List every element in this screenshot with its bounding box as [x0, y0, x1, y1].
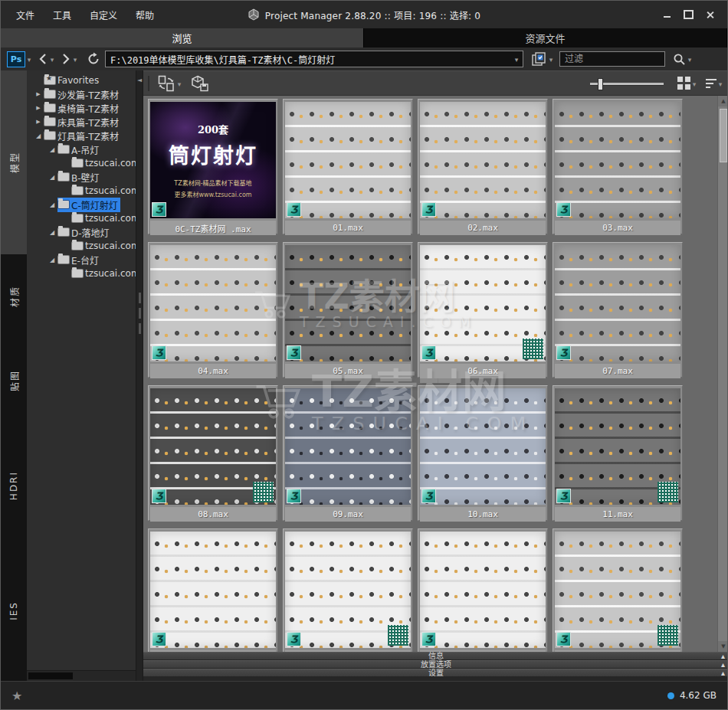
- category-tab[interactable]: 材质: [1, 254, 27, 339]
- asset-card[interactable]: 200套 筒灯射灯 TZ素材网-精品素材下载基地 更多素材www.tzsucai…: [148, 99, 278, 234]
- collapse-panel-icon[interactable]: [721, 661, 725, 668]
- rollout-panel-header[interactable]: 放置选项: [143, 660, 728, 669]
- refresh-button[interactable]: [87, 52, 100, 66]
- asset-card[interactable]: 200套 筒灯射灯 TZ素材网-精品素材下载基地 更多素材www.tzsucai…: [418, 385, 548, 521]
- panel-splitter[interactable]: [136, 70, 143, 681]
- asset-card[interactable]: 200套 筒灯射灯 TZ素材网-精品素材下载基地 更多素材www.tzsucai…: [283, 99, 413, 234]
- chevron-down-icon[interactable]: [717, 78, 724, 89]
- filter-input[interactable]: [559, 51, 665, 67]
- tree-item[interactable]: E-台灯: [27, 253, 136, 267]
- tree-item[interactable]: 床具篇-TZ素材: [27, 115, 136, 129]
- tree-item[interactable]: 桌椅篇-TZ素材: [27, 101, 136, 115]
- tree-item[interactable]: 灯具篇-TZ素材: [27, 129, 136, 142]
- swap-pages-icon: [157, 74, 175, 93]
- asset-card[interactable]: 200套 筒灯射灯 TZ素材网-精品素材下载基地 更多素材www.tzsucai…: [553, 99, 683, 234]
- chevron-down-icon[interactable]: [25, 54, 33, 64]
- rollout-panel-header[interactable]: 设置: [143, 669, 728, 677]
- tree-expand-icon[interactable]: [33, 133, 44, 139]
- asset-card[interactable]: 200套 筒灯射灯 TZ素材网-精品素材下载基地 更多素材www.tzsucai…: [283, 385, 413, 521]
- asset-card[interactable]: 200套 筒灯射灯 TZ素材网-精品素材下载基地 更多素材www.tzsucai…: [553, 242, 683, 378]
- chevron-down-icon[interactable]: [175, 78, 183, 89]
- tab[interactable]: 资源文件: [364, 28, 727, 47]
- tree-expand-icon[interactable]: [47, 257, 57, 263]
- asset-card[interactable]: 200套 筒灯射灯 TZ素材网-精品素材下载基地 更多素材www.tzsucai…: [418, 242, 548, 378]
- tree-expand-icon[interactable]: [47, 146, 57, 153]
- asset-card[interactable]: 200套 筒灯射灯 TZ素材网-精品素材下载基地 更多素材www.tzsucai…: [283, 528, 413, 652]
- asset-card[interactable]: 200套 筒灯射灯 TZ素材网-精品素材下载基地 更多素材www.tzsucai…: [418, 528, 548, 652]
- menu-bar: 文件 工具 自定义 帮助: [1, 5, 162, 25]
- tree-item[interactable]: C-筒灯射灯: [27, 198, 136, 211]
- chevron-down-icon[interactable]: [686, 54, 694, 64]
- maximize-button[interactable]: [680, 7, 697, 22]
- collapse-panel-icon[interactable]: [721, 669, 725, 676]
- grid-vertical-scrollbar[interactable]: [717, 96, 728, 652]
- menu-item[interactable]: 工具: [45, 5, 79, 25]
- grid-view-icon[interactable]: [677, 77, 690, 90]
- asset-grid: 200套 筒灯射灯 TZ素材网-精品素材下载基地 更多素材www.tzsucai…: [143, 96, 728, 652]
- menu-item[interactable]: 自定义: [82, 5, 125, 25]
- tree-item[interactable]: tzsucai.com: [27, 239, 136, 253]
- tree-item[interactable]: B-壁灯: [27, 170, 136, 184]
- tree-item[interactable]: tzsucai.com: [27, 211, 136, 225]
- rating-star-icon[interactable]: [11, 689, 22, 703]
- photoshop-button[interactable]: Ps: [7, 51, 25, 67]
- sort-icon[interactable]: [706, 79, 717, 88]
- reload-previews-button[interactable]: [157, 74, 175, 93]
- qr-code: [388, 625, 408, 646]
- menu-item[interactable]: 文件: [8, 5, 42, 25]
- tree-expand-icon[interactable]: [47, 174, 57, 181]
- scroll-down-icon[interactable]: [718, 641, 728, 652]
- tree-expand-icon[interactable]: [47, 201, 57, 208]
- chevron-down-icon[interactable]: [48, 54, 56, 64]
- view-options-button[interactable]: [531, 51, 547, 67]
- asset-filename: 05.max: [285, 364, 411, 378]
- scroll-up-icon[interactable]: [718, 96, 728, 106]
- asset-card[interactable]: 200套 筒灯射灯 TZ素材网-精品素材下载基地 更多素材www.tzsucai…: [553, 385, 683, 521]
- chevron-down-icon[interactable]: [71, 54, 79, 64]
- qr-code: [523, 339, 543, 359]
- category-tab[interactable]: 模型: [1, 70, 27, 254]
- tree-item[interactable]: tzsucai.com: [27, 184, 136, 198]
- tree-expand-icon[interactable]: [33, 91, 44, 97]
- asset-card[interactable]: 200套 筒灯射灯 TZ素材网-精品素材下载基地 更多素材www.tzsucai…: [418, 99, 548, 234]
- asset-card[interactable]: 200套 筒灯射灯 TZ素材网-精品素材下载基地 更多素材www.tzsucai…: [553, 528, 683, 652]
- asset-filename: 06.max: [420, 364, 546, 378]
- tree-horizontal-scrollbar[interactable]: [27, 670, 136, 681]
- tree-item-label: 灯具篇-TZ素材: [57, 129, 119, 142]
- tree-expand-icon[interactable]: [33, 105, 44, 111]
- category-tab[interactable]: IES: [1, 549, 27, 672]
- minimize-button[interactable]: [658, 7, 675, 22]
- tree-item[interactable]: 沙发篇-TZ素材: [27, 87, 136, 101]
- asset-card[interactable]: 200套 筒灯射灯 TZ素材网-精品素材下载基地 更多素材www.tzsucai…: [148, 385, 278, 521]
- category-tab[interactable]: HDRI: [1, 423, 27, 549]
- collapse-panel-icon[interactable]: [721, 653, 725, 659]
- asset-card[interactable]: 200套 筒灯射灯 TZ素材网-精品素材下载基地 更多素材www.tzsucai…: [148, 528, 278, 652]
- tree-item[interactable]: A-吊灯: [27, 142, 136, 156]
- scrollbar-thumb[interactable]: [720, 109, 727, 162]
- chevron-down-icon[interactable]: [547, 54, 555, 64]
- tree-item[interactable]: tzsucai.com: [27, 156, 136, 170]
- asset-card[interactable]: 200套 筒灯射灯 TZ素材网-精品素材下载基地 更多素材www.tzsucai…: [148, 242, 278, 378]
- tree-item[interactable]: tzsucai.com: [27, 267, 136, 280]
- scrollbar-thumb[interactable]: [28, 672, 73, 679]
- slider-handle[interactable]: [598, 78, 603, 90]
- tree-expand-icon[interactable]: [47, 229, 57, 236]
- chevron-down-icon[interactable]: [690, 78, 698, 89]
- close-button[interactable]: [701, 7, 718, 22]
- menu-item[interactable]: 帮助: [128, 5, 162, 25]
- tree-expand-icon[interactable]: [33, 119, 44, 125]
- search-button[interactable]: [673, 53, 686, 66]
- asset-card[interactable]: 200套 筒灯射灯 TZ素材网-精品素材下载基地 更多素材www.tzsucai…: [283, 242, 413, 378]
- path-input[interactable]: [106, 54, 510, 64]
- tree-item[interactable]: Favorites: [27, 74, 136, 87]
- tab[interactable]: 浏览: [1, 28, 364, 47]
- tree-item[interactable]: D-落地灯: [27, 225, 136, 239]
- merge-file-button[interactable]: [191, 74, 209, 93]
- rollout-panel-header[interactable]: 信息: [143, 652, 728, 660]
- category-tab[interactable]: 贴图: [1, 339, 27, 423]
- back-button[interactable]: [38, 53, 48, 65]
- path-dropdown-icon[interactable]: [510, 54, 523, 64]
- thumbnail-size-slider[interactable]: [590, 77, 664, 90]
- collapse-tree-icon[interactable]: [136, 77, 143, 83]
- forward-button[interactable]: [61, 53, 71, 65]
